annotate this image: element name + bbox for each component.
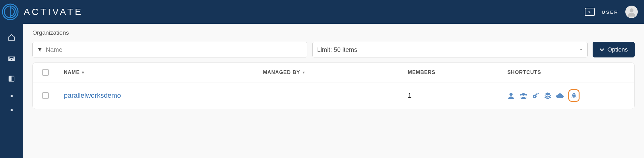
svg-point-5	[509, 93, 513, 96]
col-header-name[interactable]: NAME ▲▼	[64, 70, 263, 75]
options-button[interactable]: Options	[593, 42, 635, 57]
members-count: 1	[408, 91, 411, 99]
row-checkbox[interactable]	[42, 92, 49, 99]
rocket-shortcut-highlighted[interactable]	[568, 89, 580, 102]
user-label: USER	[602, 9, 618, 15]
chevron-down-icon	[599, 48, 604, 51]
svg-point-13	[573, 94, 575, 95]
svg-rect-4	[9, 76, 11, 81]
brand-name: ACTIVATE	[24, 7, 83, 17]
svg-point-2	[630, 8, 634, 12]
sidebar	[0, 24, 23, 158]
breadcrumb: Organizations	[32, 29, 635, 36]
topbar-right: >_ USER	[585, 6, 638, 18]
sidebar-dot-1[interactable]	[11, 95, 13, 97]
col-header-shortcuts: SHORTCUTS	[507, 70, 625, 75]
col-header-managed-by[interactable]: MANAGED BY ▼	[263, 70, 408, 75]
cloud-icon[interactable]	[556, 92, 564, 99]
name-filter-wrap	[32, 42, 307, 57]
sidebar-item-inbox[interactable]	[7, 54, 16, 62]
home-icon	[8, 34, 15, 41]
select-all-checkbox[interactable]	[42, 69, 49, 76]
rocket-icon	[571, 92, 577, 99]
topbar: ACTIVATE >_ USER	[0, 0, 644, 24]
svg-point-7	[520, 94, 522, 96]
limit-label: Limit: 50 items	[317, 46, 357, 53]
terminal-button[interactable]: >_	[585, 8, 595, 16]
options-label: Options	[608, 46, 628, 53]
table-header: NAME ▲▼ MANAGED BY ▼ MEMBERS SHORTCUTS	[33, 63, 634, 82]
sidebar-dot-2[interactable]	[11, 109, 13, 111]
person-icon	[627, 7, 636, 17]
key-icon[interactable]	[532, 92, 540, 99]
org-table: NAME ▲▼ MANAGED BY ▼ MEMBERS SHORTCUTS	[32, 62, 635, 109]
svg-point-8	[525, 94, 527, 96]
limit-select[interactable]: Limit: 50 items	[312, 42, 587, 57]
terminal-icon: >_	[588, 10, 593, 14]
logo-icon	[1, 3, 19, 21]
svg-point-6	[522, 93, 525, 96]
name-filter-input[interactable]	[46, 46, 303, 53]
caret-down-icon: ▼	[302, 71, 306, 74]
filter-icon	[37, 47, 43, 52]
filter-row: Limit: 50 items Options	[32, 42, 635, 57]
panel-icon	[8, 75, 15, 82]
dropdown-caret-icon	[579, 48, 583, 51]
inbox-icon	[8, 54, 15, 62]
sidebar-item-home[interactable]	[7, 33, 16, 42]
layers-icon[interactable]	[544, 92, 552, 99]
avatar[interactable]	[625, 6, 638, 18]
org-name-link[interactable]: parallelworksdemo	[64, 91, 121, 100]
col-header-members: MEMBERS	[408, 70, 507, 75]
sort-icon: ▲▼	[82, 71, 85, 74]
brand-area: ACTIVATE	[1, 3, 83, 21]
users-group-icon[interactable]	[519, 92, 528, 99]
sidebar-item-panel[interactable]	[7, 74, 16, 83]
shortcuts-group	[507, 89, 625, 102]
svg-point-10	[534, 96, 535, 97]
main-content: Organizations Limit: 50 items Options	[23, 24, 644, 158]
table-row: parallelworksdemo 1	[33, 82, 634, 109]
user-icon[interactable]	[507, 92, 515, 99]
